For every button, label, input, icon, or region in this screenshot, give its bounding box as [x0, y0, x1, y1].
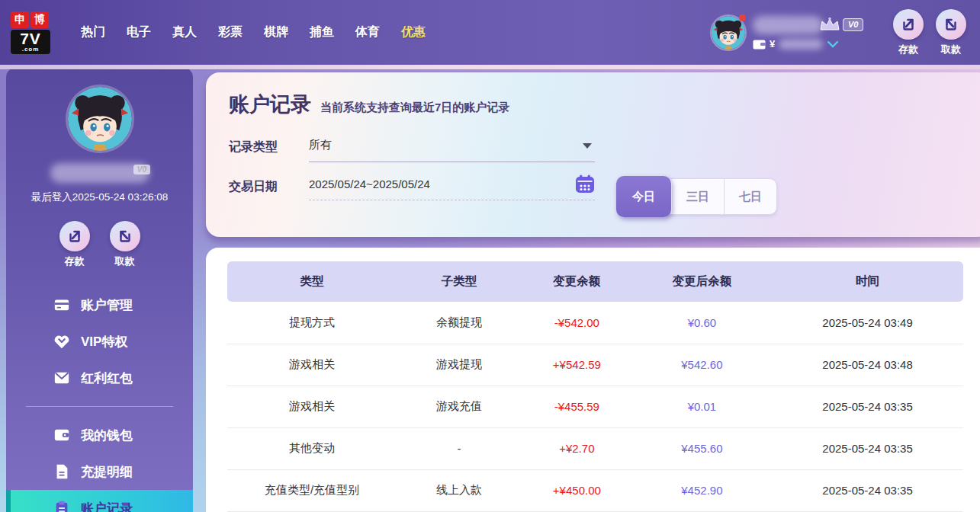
sidebar-item-vip-privileges[interactable]: VIP特权: [6, 323, 193, 360]
record-type-row: 记录类型 所有: [229, 138, 968, 162]
records-table-card: 类型 子类型 变更余额 变更后余额 时间 提现方式 余额提现 -¥542.00 …: [206, 248, 980, 512]
sidebar-quick-actions: 存款 取款: [6, 221, 193, 268]
logo-main: 7V .com: [11, 30, 50, 54]
date-range-label: 交易日期: [229, 178, 309, 195]
last-login-text: 最后登入2025-05-24 03:26:08: [6, 190, 193, 204]
cell-time: 2025-05-24 03:49: [772, 302, 963, 344]
cell-change-amount: -¥455.59: [522, 386, 632, 427]
nav-item-slots[interactable]: 电子: [116, 24, 162, 40]
range-button-seven-days[interactable]: 七日: [724, 179, 776, 214]
cell-change-amount: +¥2.70: [522, 427, 632, 469]
nav-withdraw-button[interactable]: 取款: [936, 9, 966, 56]
sidebar-item-deposit-withdraw-details[interactable]: 充提明细: [6, 453, 193, 490]
clipboard-icon: [53, 500, 70, 512]
sidebar-username-blurred: [50, 163, 149, 183]
cell-subtype: -: [397, 427, 522, 469]
cell-subtype: 线上入款: [397, 469, 522, 511]
sidebar-username-row: V0: [6, 162, 193, 184]
cell-time: 2025-05-24 03:48: [772, 344, 963, 386]
date-range-value: 2025/05/24~2025/05/24: [309, 178, 430, 190]
cell-time: 2025-05-24 03:35: [772, 386, 963, 427]
sidebar-avatar[interactable]: [68, 87, 132, 151]
deposit-icon: [893, 9, 924, 40]
withdraw-icon: [936, 9, 966, 40]
deposit-icon: [59, 221, 90, 251]
filter-card: 账户记录 当前系统支持查询最近7日的账户记录 记录类型 所有 交易日期 2025…: [206, 72, 980, 237]
range-button-three-days[interactable]: 三日: [671, 179, 724, 214]
record-type-select[interactable]: 所有: [309, 138, 595, 162]
cell-time: 2025-05-24 03:35: [772, 469, 963, 511]
header-subtype: 子类型: [397, 261, 522, 302]
nav-deposit-button[interactable]: 存款: [893, 9, 924, 56]
nav-item-promotions[interactable]: 优惠: [390, 24, 436, 40]
nav-item-lottery[interactable]: 彩票: [207, 24, 253, 40]
sidebar-deposit-button[interactable]: 存款: [59, 221, 90, 268]
cell-balance-after: ¥0.60: [632, 302, 772, 344]
cell-balance-after: ¥452.90: [632, 469, 772, 511]
notification-dot: [739, 14, 746, 21]
user-info-block: V0 ¥: [753, 14, 881, 51]
site-logo[interactable]: 申 博 7V .com: [11, 11, 50, 54]
account-records-page: 申 博 7V .com 热门 电子 真人 彩票 棋牌 捕鱼 体育 优惠: [0, 0, 980, 512]
username-row: V0: [753, 14, 881, 36]
date-range-row: 交易日期 2025/05/24~2025/05/24: [229, 178, 968, 200]
logo-chars: 申 博: [11, 11, 50, 28]
header-balance-after: 变更后余额: [632, 261, 772, 302]
cell-type: 游戏相关: [227, 386, 397, 427]
sidebar-item-bonus-redpacket[interactable]: 红利红包: [6, 360, 193, 396]
sidebar-withdraw-button[interactable]: 取款: [110, 221, 140, 268]
cell-change-amount: +¥542.59: [522, 344, 632, 386]
balance-blurred: [779, 39, 823, 50]
envelope-icon: [53, 370, 70, 386]
wallet-icon: [53, 427, 70, 443]
sidebar-item-account-records[interactable]: 账户记录: [6, 490, 193, 512]
range-button-today[interactable]: 今日: [616, 176, 671, 217]
cell-change-amount: +¥450.00: [522, 469, 632, 511]
logo-char-1: 申: [11, 11, 29, 28]
date-range-segmented-control: 今日 三日 七日: [618, 178, 777, 215]
cell-type: 其他变动: [227, 427, 397, 469]
wallet-row: ¥: [753, 37, 881, 51]
cell-type: 充值类型/充值型别: [227, 469, 397, 511]
table-row: 游戏相关 游戏提现 +¥542.59 ¥542.60 2025-05-24 03…: [227, 344, 963, 386]
sidebar-item-my-wallet[interactable]: 我的钱包: [6, 417, 193, 453]
header-change-amount: 变更余额: [522, 261, 632, 302]
cell-subtype: 余额提现: [397, 302, 522, 344]
table-row: 其他变动 - +¥2.70 ¥455.60 2025-05-24 03:35: [227, 427, 963, 469]
cell-balance-after: ¥542.60: [632, 344, 772, 386]
calendar-icon[interactable]: [575, 174, 595, 194]
record-type-value: 所有: [309, 138, 332, 151]
currency-symbol: ¥: [770, 38, 775, 50]
withdraw-icon: [110, 221, 140, 251]
header-type: 类型: [227, 261, 397, 302]
navbar-user-area: V0 ¥ 存款: [712, 0, 966, 65]
vip-diamond-icon: [53, 333, 70, 350]
cell-balance-after: ¥0.01: [632, 386, 772, 427]
vip-level-badge: V0: [843, 18, 863, 31]
logo-char-2: 博: [31, 11, 49, 28]
top-navbar: 申 博 7V .com 热门 电子 真人 彩票 棋牌 捕鱼 体育 优惠: [0, 0, 980, 65]
header-time: 时间: [772, 261, 963, 302]
table-row: 游戏相关 游戏充值 -¥455.59 ¥0.01 2025-05-24 03:3…: [227, 386, 963, 427]
nav-item-live[interactable]: 真人: [162, 24, 207, 40]
date-range-input[interactable]: 2025/05/24~2025/05/24: [309, 178, 595, 200]
cell-time: 2025-05-24 03:35: [772, 427, 963, 469]
nav-item-chess[interactable]: 棋牌: [253, 24, 299, 40]
sidebar-item-account-management[interactable]: 账户管理: [6, 286, 193, 323]
nav-item-hot[interactable]: 热门: [70, 24, 116, 40]
wallet-mini-icon: [753, 39, 766, 50]
table-header-row: 类型 子类型 变更余额 变更后余额 时间: [227, 261, 963, 302]
cell-change-amount: -¥542.00: [522, 302, 632, 344]
sidebar: V0 最后登入2025-05-24 03:26:08 存款 取款: [6, 67, 193, 512]
nav-item-fishing[interactable]: 捕鱼: [299, 24, 345, 40]
cell-subtype: 游戏提现: [397, 344, 522, 386]
table-row: 提现方式 余额提现 -¥542.00 ¥0.60 2025-05-24 03:4…: [227, 302, 963, 344]
user-avatar-wrap: [712, 16, 745, 50]
username-blurred: [753, 16, 823, 34]
main-nav-menu: 热门 电子 真人 彩票 棋牌 捕鱼 体育 优惠: [70, 24, 436, 40]
document-icon: [53, 463, 70, 480]
nav-item-sports[interactable]: 体育: [345, 24, 390, 40]
chevron-down-icon[interactable]: [827, 40, 839, 48]
dropdown-caret-icon: [583, 143, 592, 149]
sidebar-menu: 账户管理 VIP特权 红利红包: [6, 286, 193, 512]
